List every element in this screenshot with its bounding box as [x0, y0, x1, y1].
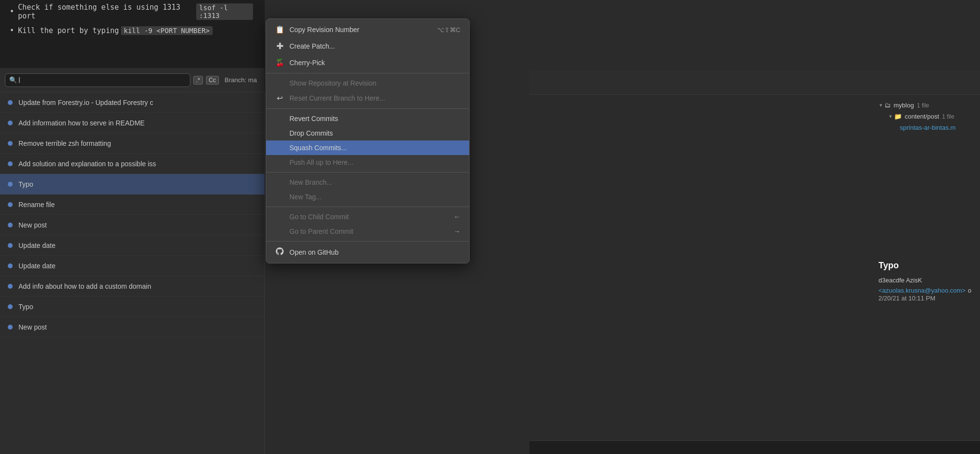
commit-text-4: Add solution and explanation to a possib… — [18, 160, 156, 168]
commit-detail-title: Typo — [879, 261, 980, 271]
commit-email-suffix: o — [968, 287, 971, 294]
commit-item-12[interactable]: New post — [0, 317, 265, 337]
clipboard-icon: 📋 — [275, 25, 285, 34]
menu-item-revert-commits[interactable]: Revert Commits — [266, 111, 469, 126]
code-inline-2: kill -9 <PORT NUMBER> — [121, 26, 213, 35]
commit-text-11: Typo — [18, 303, 33, 311]
menu-label-create-patch: Create Patch... — [289, 42, 335, 50]
commit-dot-12 — [8, 325, 13, 330]
menu-label-drop-commits: Drop Commits — [289, 129, 333, 137]
commit-text-12: New post — [18, 323, 47, 331]
commit-text-10: Add info about how to add a custom domai… — [18, 282, 151, 290]
menu-label-new-branch: New Branch... — [289, 178, 332, 186]
commit-item-9[interactable]: Update date — [0, 256, 265, 276]
commit-detail-date: 2/20/21 at 10:11 PM — [879, 295, 980, 302]
search-input-wrap[interactable]: 🔍 ▎ — [5, 73, 190, 87]
left-panel: • Check if something else is using 1313 … — [0, 0, 265, 454]
commit-dot-11 — [8, 304, 13, 309]
menu-item-copy-revision[interactable]: 📋 Copy Revision Number ⌥⇧⌘C — [266, 22, 469, 37]
folder-file-count: 1 file — [942, 113, 954, 120]
folder-item[interactable]: ▾ 📁 content/post 1 file — [876, 111, 980, 122]
commit-text-5: Typo — [18, 180, 33, 188]
commit-item-11[interactable]: Typo — [0, 297, 265, 317]
commit-dot-2 — [8, 121, 13, 125]
commit-text-7: New post — [18, 221, 47, 229]
code-line-2: • Kill the port by typing kill -9 <PORT … — [0, 23, 265, 38]
menu-label-open-github: Open on GitHub — [289, 248, 338, 256]
commit-item-3[interactable]: Remove terrible zsh formatting — [0, 133, 265, 154]
commit-text-8: Update date — [18, 242, 55, 249]
menu-label-new-tag: New Tag... — [289, 193, 321, 201]
menu-sep-1 — [266, 73, 469, 73]
commit-email[interactable]: <azuolas.krusna@yahoo.com> — [879, 287, 965, 294]
commit-list: Update from Forestry.io - Updated Forest… — [0, 92, 265, 454]
repo-icon: 🗂 — [884, 102, 891, 109]
commit-item-7[interactable]: New post — [0, 215, 265, 235]
code-text-1: Check if something else is using 1313 po… — [18, 3, 194, 20]
commit-dot-5 — [8, 182, 13, 187]
commit-item-1[interactable]: Update from Forestry.io - Updated Forest… — [0, 92, 265, 113]
menu-label-squash-commits: Squash Commits... — [289, 144, 347, 152]
file-item[interactable]: sprintas-ar-bintas.m — [876, 122, 980, 133]
menu-sep-5 — [266, 241, 469, 242]
menu-label-push-all: Push All up to Here... — [289, 158, 354, 166]
menu-item-reset-branch: ↩ Reset Current Branch to Here... — [266, 90, 469, 106]
commit-dot-10 — [8, 284, 13, 289]
repo-file-count: 1 file — [917, 102, 929, 109]
bullet-1: • — [10, 7, 14, 16]
menu-item-new-branch: New Branch... — [266, 175, 469, 190]
commit-text-2: Add information how to serve in README — [18, 119, 145, 127]
plus-icon: ✚ — [275, 41, 285, 52]
expand-arrow-folder: ▾ — [889, 113, 892, 120]
code-line-1: • Check if something else is using 1313 … — [0, 0, 265, 23]
goto-parent-arrow: → — [454, 227, 460, 235]
commit-dot-6 — [8, 202, 13, 207]
bullet-2: • — [10, 26, 14, 35]
commit-dot-9 — [8, 263, 13, 268]
menu-item-drop-commits[interactable]: Drop Commits — [266, 126, 469, 140]
menu-sep-3 — [266, 172, 469, 173]
menu-label-reset-branch: Reset Current Branch to Here... — [289, 94, 385, 102]
commit-text-6: Rename file — [18, 201, 55, 209]
commit-item-2[interactable]: Add information how to serve in README — [0, 113, 265, 133]
repo-item[interactable]: ▾ 🗂 myblog 1 file — [876, 100, 980, 111]
commit-text-3: Remove terrible zsh formatting — [18, 140, 111, 147]
commit-detail: Typo d3eacdfe AzisK <azuolas.krusna@yaho… — [871, 253, 980, 310]
code-text-2: Kill the port by typing — [18, 26, 119, 35]
goto-child-arrow: ← — [454, 213, 460, 221]
menu-shortcut-copy-revision: ⌥⇧⌘C — [437, 26, 460, 34]
menu-sep-4 — [266, 207, 469, 207]
commit-item-4[interactable]: Add solution and explanation to a possib… — [0, 154, 265, 174]
cc-button[interactable]: Cc — [206, 76, 219, 85]
commit-item-6[interactable]: Rename file — [0, 194, 265, 215]
context-menu: 📋 Copy Revision Number ⌥⇧⌘C ✚ Create Pat… — [266, 18, 470, 263]
commit-dot-4 — [8, 161, 13, 166]
menu-sep-2 — [266, 108, 469, 109]
cherry-icon: 🍒 — [275, 58, 285, 67]
search-bar: 🔍 ▎ .* Cc Branch: ma — [0, 68, 265, 92]
menu-item-create-patch[interactable]: ✚ Create Patch... — [266, 37, 469, 55]
commit-item-10[interactable]: Add info about how to add a custom domai… — [0, 276, 265, 297]
menu-item-squash-commits[interactable]: Squash Commits... — [266, 140, 469, 155]
menu-item-open-github[interactable]: Open on GitHub — [266, 244, 469, 260]
commit-item-5[interactable]: Typo — [0, 174, 265, 194]
commit-dot-7 — [8, 223, 13, 227]
commit-item-8[interactable]: Update date — [0, 235, 265, 256]
menu-item-show-repo: Show Repository at Revision — [266, 76, 469, 90]
menu-label-revert-commits: Revert Commits — [289, 115, 338, 122]
menu-label-goto-child: Go to Child Commit — [289, 213, 349, 221]
commit-text-1: Update from Forestry.io - Updated Forest… — [18, 99, 153, 106]
github-icon — [275, 247, 285, 257]
status-bar: 1:1 LF UTF-8 — [529, 440, 980, 454]
menu-item-goto-parent: Go to Parent Commit → — [266, 224, 469, 239]
regex-button[interactable]: .* — [193, 76, 203, 85]
file-tree: ▾ 🗂 myblog 1 file ▾ 📁 content/post 1 fil… — [871, 95, 980, 241]
toolbar-area: ↺ ⎇ 👁 🔍 ↙ ↩ 🕐 👁 — [529, 70, 980, 95]
commit-dot-8 — [8, 243, 13, 248]
commit-detail-email-line: <azuolas.krusna@yahoo.com> o — [879, 286, 980, 295]
branch-label: Branch: ma — [222, 76, 260, 84]
commit-detail-hash: d3eacdfe AzisK — [879, 277, 980, 284]
search-cursor: ▎ — [19, 77, 23, 83]
folder-icon: 📁 — [894, 113, 902, 120]
menu-item-cherry-pick[interactable]: 🍒 Cherry-Pick — [266, 55, 469, 70]
